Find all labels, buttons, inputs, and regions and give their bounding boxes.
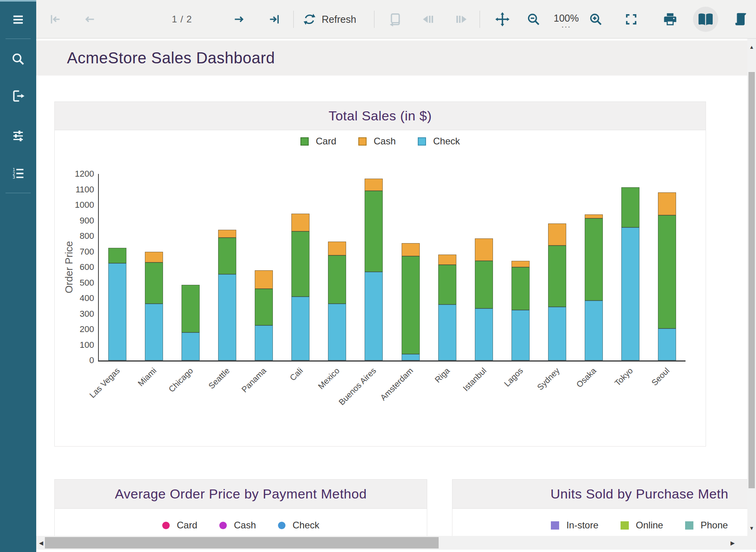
report-page-area: AcmeStore Sales Dashboard Total Sales (i… xyxy=(36,39,747,536)
navigate-back-button[interactable] xyxy=(382,0,407,39)
scroll-down-arrow[interactable]: ▼ xyxy=(747,525,756,531)
legend-label: Phone xyxy=(700,520,728,531)
bar-segment-card-las-vegas xyxy=(108,248,126,264)
printer-icon xyxy=(662,11,678,27)
report-header-band: AcmeStore Sales Dashboard xyxy=(36,41,747,76)
scrollbar-corner xyxy=(747,536,756,550)
scroll-up-arrow[interactable]: ▲ xyxy=(747,44,756,50)
bar-segment-card-panama xyxy=(255,289,273,325)
bar-segment-card-riga xyxy=(438,265,456,305)
bar-segment-cash-lagos xyxy=(511,261,530,267)
hamburger-icon xyxy=(11,13,25,27)
page-indicator: 1 / 2 xyxy=(163,0,201,39)
chart-title: Average Order Price by Payment Method xyxy=(115,486,367,502)
bar-segment-cash-buenos-aires xyxy=(365,179,383,191)
next-page-button[interactable] xyxy=(226,0,252,39)
refresh-button[interactable]: Refresh xyxy=(302,0,356,39)
zoom-in-icon xyxy=(588,12,603,27)
y-axis-tick-label: 300 xyxy=(67,309,94,319)
total-sales-chart-panel: Total Sales (in $) CardCashCheck Order P… xyxy=(54,102,706,447)
bar-segment-check-osaka xyxy=(585,301,603,360)
chart1-legend: CardCashCheck xyxy=(55,136,706,147)
search-icon xyxy=(11,52,26,66)
sidebar: 1 2 3 xyxy=(0,0,36,552)
y-axis-tick-label: 500 xyxy=(67,278,94,288)
zoom-out-button[interactable] xyxy=(521,0,546,39)
bar-segment-cash-panama xyxy=(255,270,273,289)
bar-segment-check-cali xyxy=(291,297,309,360)
toolbar-separator xyxy=(293,11,294,28)
arrow-right-icon xyxy=(232,13,246,26)
chart-title-band: Average Order Price by Payment Method xyxy=(55,480,427,509)
legend-item-check[interactable]: Check xyxy=(278,520,319,531)
zoom-level-menu[interactable]: 100% ... xyxy=(550,0,582,39)
horizontal-scrollbar[interactable]: ◀ ▶ xyxy=(36,536,747,550)
legend-label: In-store xyxy=(566,520,598,531)
legend-marker-icon xyxy=(358,137,367,146)
menu-button[interactable] xyxy=(0,7,36,32)
y-axis-tick-label: 0 xyxy=(67,355,94,366)
bar-segment-check-tokyo xyxy=(621,227,639,360)
chart2-legend: CardCashCheck xyxy=(55,520,427,531)
bar-segment-check-las-vegas xyxy=(108,263,126,360)
sidebar-item-document-map[interactable]: 1 2 3 xyxy=(0,161,36,186)
zoom-menu-dots: ... xyxy=(561,23,571,26)
page-title: AcmeStore Sales Dashboard xyxy=(67,41,275,76)
legend-item-in-store[interactable]: In-store xyxy=(551,520,598,531)
pan-tool-button[interactable] xyxy=(490,0,515,39)
chart-title: Total Sales (in $) xyxy=(328,108,432,124)
sidebar-item-parameters[interactable] xyxy=(0,123,36,148)
bar-segment-cash-riga xyxy=(438,255,456,265)
bar-segment-card-istanbul xyxy=(475,261,493,308)
y-axis-tick-label: 100 xyxy=(67,340,94,350)
zoom-in-button[interactable] xyxy=(583,0,608,39)
legend-item-check[interactable]: Check xyxy=(418,136,460,147)
bar-segment-check-seoul xyxy=(658,329,676,360)
previous-page-button[interactable] xyxy=(77,0,102,39)
bar-segment-card-tokyo xyxy=(621,187,639,228)
legend-item-cash[interactable]: Cash xyxy=(219,520,256,531)
bar-segment-card-mexico xyxy=(328,255,346,303)
bar-segment-cash-amsterdam xyxy=(402,243,420,257)
legend-item-cash[interactable]: Cash xyxy=(358,136,396,147)
continuous-scroll-toggle-button[interactable] xyxy=(728,0,754,39)
y-axis-tick-label: 900 xyxy=(67,216,94,226)
vertical-scrollbar[interactable]: ▲ ▼ xyxy=(747,39,756,536)
scroll-right-arrow[interactable]: ▶ xyxy=(730,536,735,550)
legend-marker-icon xyxy=(685,521,693,530)
seek-previous-icon-button[interactable] xyxy=(415,0,441,39)
legend-item-phone[interactable]: Phone xyxy=(685,520,728,531)
arrow-left-icon xyxy=(83,13,96,26)
legend-label: Online xyxy=(636,520,663,531)
print-button[interactable] xyxy=(658,0,683,39)
bar-segment-card-chicago xyxy=(182,285,200,332)
bar-segment-card-amsterdam xyxy=(402,256,420,354)
sidebar-divider xyxy=(6,193,31,193)
last-page-button[interactable] xyxy=(262,0,287,39)
legend-item-card[interactable]: Card xyxy=(300,136,336,147)
bar-segment-check-riga xyxy=(438,305,456,360)
fullscreen-button[interactable] xyxy=(619,0,644,39)
legend-item-online[interactable]: Online xyxy=(621,520,663,531)
seek-next-icon-button[interactable] xyxy=(449,0,474,39)
navigate-back-icon xyxy=(387,12,402,27)
bar-segment-check-chicago xyxy=(182,332,200,360)
sidebar-item-search[interactable] xyxy=(0,46,36,72)
first-page-button[interactable] xyxy=(43,0,68,39)
legend-label: Check xyxy=(293,520,319,531)
scroll-left-arrow[interactable]: ◀ xyxy=(39,536,43,550)
y-axis-tick-label: 400 xyxy=(67,293,94,303)
sidebar-item-export[interactable] xyxy=(0,83,36,109)
print-preview-toggle-button[interactable] xyxy=(693,0,718,39)
bar-segment-cash-seattle xyxy=(218,230,236,238)
vertical-scrollbar-thumb[interactable] xyxy=(749,72,755,488)
horizontal-scrollbar-thumb[interactable] xyxy=(45,537,439,548)
open-book-icon xyxy=(697,11,714,28)
y-axis-tick-label: 700 xyxy=(67,247,94,257)
legend-item-card[interactable]: Card xyxy=(162,520,197,531)
refresh-icon xyxy=(302,12,317,26)
bar-segment-cash-sydney xyxy=(548,223,566,245)
toolbar: 1 / 2 xyxy=(36,0,756,39)
legend-marker-icon xyxy=(300,137,309,146)
legend-marker-icon xyxy=(219,522,227,529)
